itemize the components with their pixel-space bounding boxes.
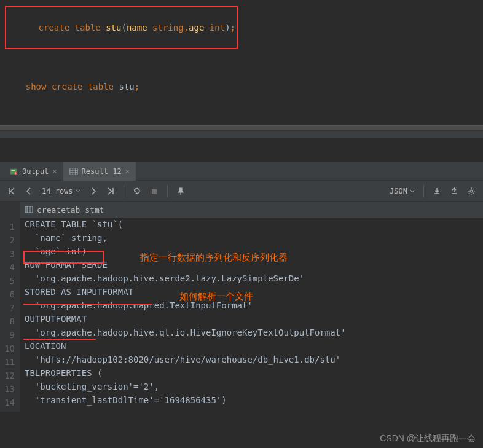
- tab-output[interactable]: Output ×: [4, 162, 63, 181]
- result-row[interactable]: 'org.apache.hadoop.mapred.TextInputForma…: [20, 299, 483, 312]
- prev-page-button[interactable]: [22, 184, 36, 198]
- table-icon: [69, 167, 78, 176]
- result-row[interactable]: `name` string,: [20, 231, 483, 245]
- column-header[interactable]: createtab_stmt: [20, 202, 483, 218]
- format-dropdown[interactable]: JSON: [387, 187, 417, 195]
- settings-button[interactable]: [465, 184, 478, 198]
- result-row[interactable]: TBLPROPERTIES (: [20, 366, 483, 380]
- tab-output-label: Output: [22, 167, 49, 176]
- result-row[interactable]: 'bucketing_version'='2',: [20, 380, 483, 393]
- import-button[interactable]: [447, 184, 461, 198]
- tab-result[interactable]: Result 12 ×: [63, 162, 136, 181]
- result-row[interactable]: 'org.apache.hadoop.hive.serde2.lazy.Lazy…: [20, 272, 483, 285]
- col-age: age: [189, 23, 204, 33]
- annotation-underline-stored-as: [23, 304, 152, 305]
- column-icon: [25, 205, 33, 214]
- export-button[interactable]: [430, 184, 444, 198]
- line-gutter: 1 2 3 4 5 6 7 8 9 10 11 12 13 14: [0, 202, 20, 412]
- next-page-button[interactable]: [87, 184, 100, 198]
- table-name: stu: [106, 23, 121, 33]
- column-name: createtab_stmt: [37, 205, 104, 214]
- result-row[interactable]: OUTPUTFORMAT: [20, 312, 483, 326]
- result-row[interactable]: LOCATION: [20, 339, 483, 353]
- type-int: int: [210, 23, 225, 33]
- sql-editor[interactable]: create table stu(name string,age int); s…: [0, 0, 483, 125]
- results-toolbar: 14 rows JSON: [0, 181, 483, 202]
- row-count[interactable]: 14 rows: [39, 187, 83, 195]
- tab-result-label: Result 12: [82, 167, 122, 176]
- col-name: name: [127, 23, 147, 33]
- annotation-underline-outputformat: [23, 339, 96, 340]
- empty-area: [0, 138, 483, 162]
- close-icon[interactable]: ×: [52, 167, 57, 176]
- result-row[interactable]: 'hdfs://hadoop102:8020/user/hive/warehou…: [20, 353, 483, 366]
- svg-rect-8: [152, 189, 157, 194]
- panel-tabs: Output × Result 12 ×: [0, 162, 483, 181]
- last-page-button[interactable]: [104, 184, 117, 198]
- keyword-create: create: [39, 23, 70, 33]
- result-row[interactable]: 'transient_lastDdlTime'='1694856435'): [20, 393, 483, 407]
- code-line-2: show create table stu;: [5, 66, 478, 107]
- results-grid: 1 2 3 4 5 6 7 8 9 10 11 12 13 14 createt…: [0, 202, 483, 412]
- svg-rect-1: [12, 170, 15, 170]
- result-row[interactable]: 'org.apache.hadoop.hive.ql.io.HiveIgnore…: [20, 326, 483, 339]
- output-panel: Output × Result 12 × 14 rows JSON: [0, 162, 483, 412]
- output-icon: [10, 167, 18, 176]
- result-row[interactable]: CREATE TABLE `stu`(: [20, 218, 483, 231]
- svg-rect-3: [69, 168, 77, 175]
- reload-button[interactable]: [130, 184, 144, 198]
- watermark: CSDN @让线程再跑一会: [380, 433, 476, 444]
- pin-button[interactable]: [174, 184, 187, 198]
- type-string: string: [152, 23, 184, 33]
- close-icon[interactable]: ×: [125, 167, 130, 176]
- cancel-button[interactable]: [147, 184, 161, 198]
- first-page-button[interactable]: [5, 184, 18, 198]
- highlighted-statement: create table stu(name string,age int);: [5, 6, 238, 49]
- result-row[interactable]: STORED AS INPUTFORMAT: [20, 285, 483, 299]
- annotation-box-row-format: [23, 251, 104, 264]
- editor-scrollbar[interactable]: [0, 130, 483, 138]
- svg-point-9: [470, 190, 473, 192]
- svg-rect-11: [25, 206, 28, 213]
- keyword-table: table: [75, 23, 101, 33]
- divider[interactable]: [0, 125, 483, 130]
